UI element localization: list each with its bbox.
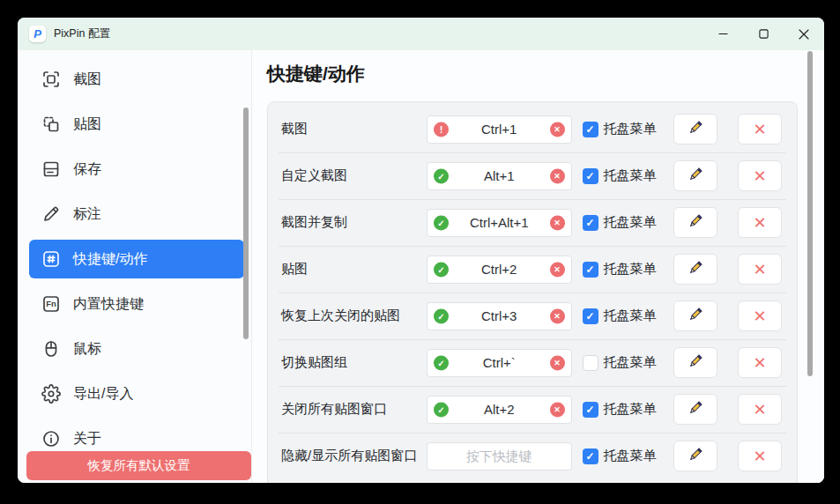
- clear-hotkey-icon[interactable]: ✕: [550, 122, 565, 137]
- delete-hotkey-button[interactable]: ✕: [738, 394, 782, 425]
- clear-hotkey-icon[interactable]: ✕: [550, 168, 565, 183]
- delete-hotkey-button[interactable]: ✕: [738, 160, 782, 191]
- clear-hotkey-icon[interactable]: ✕: [550, 355, 565, 370]
- page-title: 快捷键/动作: [267, 62, 365, 86]
- hotkey-list-card: 截图 ! ✕ ✓ 托盘菜单 ✕ 自定义截图 ✓: [267, 101, 798, 483]
- hotkey-row-label: 贴图: [281, 261, 427, 278]
- delete-hotkey-button[interactable]: ✕: [738, 114, 782, 145]
- hotkey-row: 自定义截图 ✓ ✕ ✓ 托盘菜单 ✕: [268, 152, 797, 199]
- pencil-icon: [688, 260, 703, 278]
- ok-icon: ✓: [434, 262, 449, 277]
- sidebar-item-builtin-hotkeys[interactable]: Fn 内置快捷键: [29, 285, 244, 323]
- tray-menu-label: 托盘菜单: [604, 308, 658, 324]
- pixpin-logo-icon: P: [29, 26, 46, 42]
- tray-menu-label: 托盘菜单: [604, 167, 658, 184]
- hotkey-row-label: 隐藏/显示所有贴图窗口: [281, 448, 427, 464]
- edit-hotkey-button[interactable]: [673, 441, 717, 471]
- window-title: PixPin 配置: [54, 26, 110, 41]
- sidebar-item-export-import[interactable]: 导出/导入: [29, 374, 244, 413]
- gear-icon: [41, 384, 61, 404]
- screenshot-icon: [41, 70, 61, 89]
- edit-hotkey-button[interactable]: [673, 114, 717, 145]
- fn-icon: Fn: [41, 294, 61, 314]
- hotkey-row-label: 截图: [281, 121, 427, 137]
- hotkey-input[interactable]: ✓ ✕: [427, 396, 572, 424]
- pencil-icon: [688, 353, 703, 372]
- hotkey-icon: [41, 249, 61, 269]
- edit-hotkey-button[interactable]: [673, 207, 717, 238]
- titlebar: P PixPin 配置: [18, 18, 824, 50]
- reset-defaults-button[interactable]: 恢复所有默认设置: [26, 451, 251, 480]
- pencil-icon: [688, 447, 703, 465]
- sidebar-item-annotate[interactable]: 标注: [29, 195, 244, 233]
- pencil-icon: [688, 167, 703, 185]
- delete-hotkey-button[interactable]: ✕: [738, 300, 782, 331]
- info-icon: [41, 429, 61, 448]
- tray-menu-checkbox[interactable]: ✓: [583, 355, 598, 371]
- tray-menu-checkbox[interactable]: ✓: [583, 122, 598, 137]
- hotkey-row-label: 关闭所有贴图窗口: [281, 401, 427, 418]
- edit-hotkey-button[interactable]: [673, 160, 717, 191]
- ok-icon: ✓: [434, 168, 449, 183]
- maximize-icon[interactable]: [743, 18, 784, 50]
- tray-menu-label: 托盘菜单: [604, 121, 658, 137]
- annotate-icon: [41, 204, 61, 224]
- pencil-icon: [688, 307, 703, 325]
- tray-menu-checkbox[interactable]: ✓: [583, 262, 598, 278]
- clear-hotkey-icon[interactable]: ✕: [550, 262, 565, 277]
- hotkey-row-label: 自定义截图: [281, 167, 427, 184]
- ok-icon: ✓: [434, 402, 449, 417]
- delete-hotkey-button[interactable]: ✕: [738, 207, 782, 238]
- hotkey-input[interactable]: ✓ ✕: [427, 162, 572, 190]
- hotkey-input[interactable]: ✓ ✕: [427, 302, 572, 330]
- sidebar-item-mouse[interactable]: 鼠标: [29, 330, 244, 368]
- hotkey-row: 截图并复制 ✓ ✕ ✓ 托盘菜单 ✕: [268, 199, 797, 246]
- hotkey-row: 关闭所有贴图窗口 ✓ ✕ ✓ 托盘菜单 ✕: [268, 386, 797, 433]
- close-icon[interactable]: [784, 18, 824, 50]
- tray-menu-label: 托盘菜单: [604, 261, 658, 278]
- edit-hotkey-button[interactable]: [673, 347, 717, 378]
- tray-menu-label: 托盘菜单: [604, 448, 658, 464]
- edit-hotkey-button[interactable]: [673, 254, 717, 285]
- sidebar-items: 截图 贴图 保存 标注 快捷键/动作 Fn 内置快捷键 鼠标 导出/导入 关于: [18, 60, 251, 458]
- save-icon: [41, 159, 61, 179]
- tray-menu-label: 托盘菜单: [604, 214, 658, 231]
- sidebar-item-save[interactable]: 保存: [29, 150, 244, 189]
- hotkey-row-label: 截图并复制: [281, 214, 427, 231]
- hotkey-input[interactable]: ✓ ✕: [427, 256, 572, 284]
- hotkey-input[interactable]: ✓ ✕: [427, 349, 572, 377]
- hotkey-row: 隐藏/显示所有贴图窗口 ✓ 托盘菜单 ✕: [268, 433, 797, 479]
- delete-hotkey-button[interactable]: ✕: [738, 254, 782, 285]
- tray-menu-checkbox[interactable]: ✓: [583, 308, 598, 324]
- hotkey-input[interactable]: ! ✕: [427, 115, 572, 144]
- pixpin-config-window: P PixPin 配置 截图 贴图 保存 标注 快捷键/动作 Fn: [18, 18, 824, 483]
- edit-hotkey-button[interactable]: [673, 300, 717, 331]
- hotkey-input[interactable]: [427, 442, 572, 471]
- clear-hotkey-icon[interactable]: ✕: [550, 402, 565, 417]
- pencil-icon: [688, 213, 703, 232]
- delete-hotkey-button[interactable]: ✕: [738, 441, 782, 471]
- delete-hotkey-button[interactable]: ✕: [738, 347, 782, 378]
- clear-hotkey-icon[interactable]: ✕: [550, 308, 565, 323]
- sidebar-item-screenshot[interactable]: 截图: [29, 60, 244, 99]
- hotkey-row-label: 切换贴图组: [281, 354, 427, 371]
- sidebar-item-hotkeys-actions[interactable]: 快捷键/动作: [29, 240, 244, 278]
- hotkey-row: 贴图 ✓ ✕ ✓ 托盘菜单 ✕: [268, 246, 797, 293]
- app-body: 截图 贴图 保存 标注 快捷键/动作 Fn 内置快捷键 鼠标 导出/导入 关于 …: [18, 50, 824, 483]
- tray-menu-checkbox[interactable]: ✓: [583, 168, 598, 184]
- clear-hotkey-icon[interactable]: ✕: [550, 215, 565, 230]
- ok-icon: ✓: [434, 308, 449, 323]
- svg-text:Fn: Fn: [46, 299, 56, 308]
- sidebar-scrollbar-thumb[interactable]: [243, 107, 249, 339]
- minimize-icon[interactable]: [702, 18, 743, 50]
- mouse-icon: [41, 339, 61, 359]
- hotkey-value-input[interactable]: [427, 443, 571, 470]
- edit-hotkey-button[interactable]: [673, 394, 717, 425]
- tray-menu-checkbox[interactable]: ✓: [583, 402, 598, 418]
- tray-menu-checkbox[interactable]: ✓: [583, 448, 598, 464]
- main-scrollbar-thumb[interactable]: [807, 51, 813, 376]
- ok-icon: ✓: [434, 355, 449, 370]
- sidebar-item-pin[interactable]: 贴图: [29, 105, 244, 144]
- tray-menu-checkbox[interactable]: ✓: [583, 215, 598, 231]
- hotkey-input[interactable]: ✓ ✕: [427, 209, 572, 237]
